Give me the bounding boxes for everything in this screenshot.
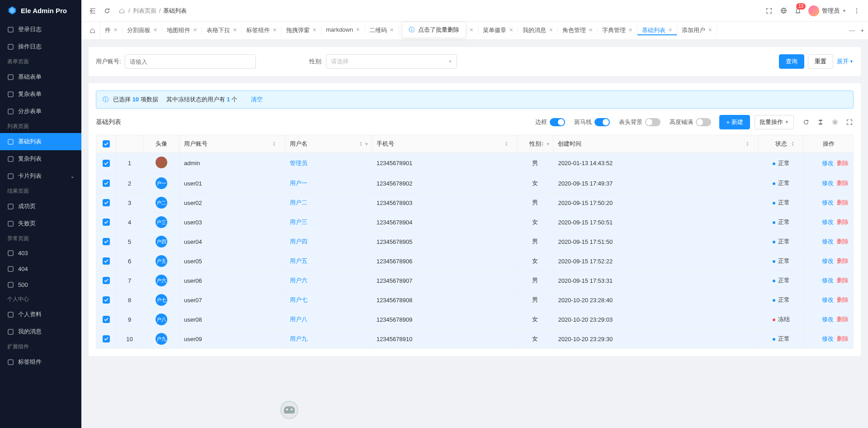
- edit-link[interactable]: 修改: [822, 335, 834, 342]
- new-button[interactable]: +新建: [719, 115, 750, 129]
- close-icon[interactable]: ✕: [233, 27, 237, 33]
- tab[interactable]: 地图组件✕: [162, 26, 202, 34]
- tab[interactable]: 我的消息✕: [518, 26, 558, 34]
- sort-icon[interactable]: ▲▼: [791, 141, 794, 147]
- sidebar-item[interactable]: 操作日志: [0, 38, 81, 55]
- tab[interactable]: 表格下拉✕: [202, 26, 242, 34]
- breadcrumb-p2[interactable]: 基础列表: [163, 7, 187, 15]
- row-checkbox[interactable]: [103, 180, 110, 187]
- row-name-link[interactable]: 用户四: [290, 238, 307, 245]
- tab[interactable]: 件✕: [100, 26, 123, 34]
- tabs-more-icon[interactable]: ⋯: [848, 27, 856, 35]
- sort-icon[interactable]: ▲▼: [541, 141, 544, 147]
- row-checkbox[interactable]: [103, 199, 110, 206]
- tab[interactable]: 基础列表✕: [637, 26, 677, 35]
- tab[interactable]: 拖拽弹窗✕: [282, 26, 321, 34]
- sidebar-item[interactable]: 基础表单: [0, 68, 81, 86]
- close-icon[interactable]: ✕: [113, 27, 118, 33]
- filter-icon[interactable]: ▼: [364, 142, 369, 147]
- expand-link[interactable]: 展开 ▼: [837, 57, 854, 66]
- col-gender[interactable]: 性别▲▼▼: [517, 135, 553, 153]
- sort-icon[interactable]: ▲▼: [746, 141, 749, 147]
- row-name-link[interactable]: 用户八: [290, 316, 307, 323]
- account-input[interactable]: [125, 54, 256, 69]
- edit-link[interactable]: 修改: [822, 160, 834, 166]
- row-name-link[interactable]: 用户一: [290, 180, 307, 186]
- edit-link[interactable]: 修改: [822, 219, 834, 225]
- row-name-link[interactable]: 用户六: [290, 277, 307, 284]
- query-button[interactable]: 查询: [779, 54, 804, 69]
- col-phone[interactable]: 手机号▲▼: [372, 135, 517, 153]
- select-all-checkbox[interactable]: [103, 140, 110, 147]
- tab[interactable]: 字典管理✕: [598, 26, 637, 34]
- more-icon[interactable]: [853, 7, 861, 15]
- sidebar-item[interactable]: 复杂列表: [0, 150, 81, 167]
- close-icon[interactable]: ✕: [193, 27, 197, 33]
- sidebar-item[interactable]: 我的消息: [0, 323, 81, 340]
- delete-link[interactable]: 删除: [837, 160, 849, 166]
- tab[interactable]: 菜单徽章✕: [478, 26, 518, 34]
- delete-link[interactable]: 删除: [837, 335, 849, 342]
- settings-icon[interactable]: [831, 118, 839, 126]
- delete-link[interactable]: 删除: [837, 238, 849, 245]
- row-checkbox[interactable]: [103, 316, 110, 323]
- sidebar-item[interactable]: 403: [0, 245, 81, 261]
- delete-link[interactable]: 删除: [837, 296, 849, 303]
- close-icon[interactable]: ✕: [390, 27, 394, 33]
- fullscreen-icon[interactable]: [845, 118, 854, 126]
- edit-link[interactable]: 修改: [822, 238, 834, 245]
- edit-link[interactable]: 修改: [822, 316, 834, 323]
- row-name-link[interactable]: 用户三: [290, 219, 307, 225]
- sidebar-item[interactable]: 分步表单: [0, 103, 81, 120]
- close-icon[interactable]: ✕: [469, 27, 473, 33]
- delete-link[interactable]: 删除: [837, 277, 849, 284]
- sidebar-item[interactable]: 个人资料: [0, 306, 81, 323]
- sidebar-item[interactable]: 复杂表单: [0, 86, 81, 103]
- sidebar-item[interactable]: 基础列表: [0, 133, 81, 150]
- sidebar-item[interactable]: 成功页: [0, 198, 81, 215]
- delete-link[interactable]: 删除: [837, 199, 849, 206]
- close-icon[interactable]: ✕: [509, 27, 513, 33]
- border-switch[interactable]: [550, 118, 565, 126]
- sidebar-item[interactable]: 失败页: [0, 215, 81, 232]
- row-name-link[interactable]: 用户二: [290, 199, 307, 206]
- logo[interactable]: Ele Admin Pro: [0, 0, 81, 21]
- tab[interactable]: 添加用户✕: [677, 26, 717, 34]
- chevron-down-icon[interactable]: ▼: [860, 29, 864, 33]
- delete-link[interactable]: 删除: [837, 180, 849, 186]
- zebra-switch[interactable]: [594, 118, 610, 126]
- edit-link[interactable]: 修改: [822, 257, 834, 264]
- sidebar-item[interactable]: 标签组件: [0, 353, 81, 371]
- globe-icon[interactable]: [779, 7, 788, 15]
- close-icon[interactable]: ✕: [312, 27, 316, 33]
- edit-link[interactable]: 修改: [822, 180, 834, 186]
- close-icon[interactable]: ✕: [628, 27, 632, 33]
- close-icon[interactable]: ✕: [708, 27, 712, 33]
- sort-icon[interactable]: ▲▼: [359, 141, 363, 147]
- row-checkbox[interactable]: [103, 296, 110, 304]
- home-icon[interactable]: [118, 7, 126, 15]
- density-icon[interactable]: [816, 118, 825, 126]
- row-name-link[interactable]: 用户七: [290, 296, 307, 303]
- edit-link[interactable]: 修改: [822, 277, 834, 284]
- tab[interactable]: markdown✕: [321, 26, 365, 33]
- row-name-link[interactable]: 用户九: [290, 335, 307, 342]
- fullheight-switch[interactable]: [696, 118, 711, 126]
- tab[interactable]: 分割面板✕: [123, 26, 162, 34]
- bell-icon[interactable]: 13: [794, 7, 802, 15]
- row-checkbox[interactable]: [103, 238, 110, 245]
- delete-link[interactable]: 删除: [837, 316, 849, 323]
- headbg-switch[interactable]: [645, 118, 660, 126]
- reset-button[interactable]: 重置: [808, 54, 833, 69]
- clear-selection-link[interactable]: 清空: [251, 95, 263, 104]
- edit-link[interactable]: 修改: [822, 296, 834, 303]
- reload-icon[interactable]: [103, 7, 111, 15]
- fullscreen-icon[interactable]: [765, 7, 773, 15]
- row-checkbox[interactable]: [103, 257, 110, 265]
- row-name-link[interactable]: 用户五: [290, 257, 307, 264]
- row-checkbox[interactable]: [103, 160, 110, 167]
- sidebar-item[interactable]: 登录日志: [0, 21, 81, 38]
- breadcrumb-p1[interactable]: 列表页面: [133, 7, 156, 15]
- col-created[interactable]: 创建时间▲▼: [553, 135, 759, 153]
- refresh-icon[interactable]: [802, 118, 810, 126]
